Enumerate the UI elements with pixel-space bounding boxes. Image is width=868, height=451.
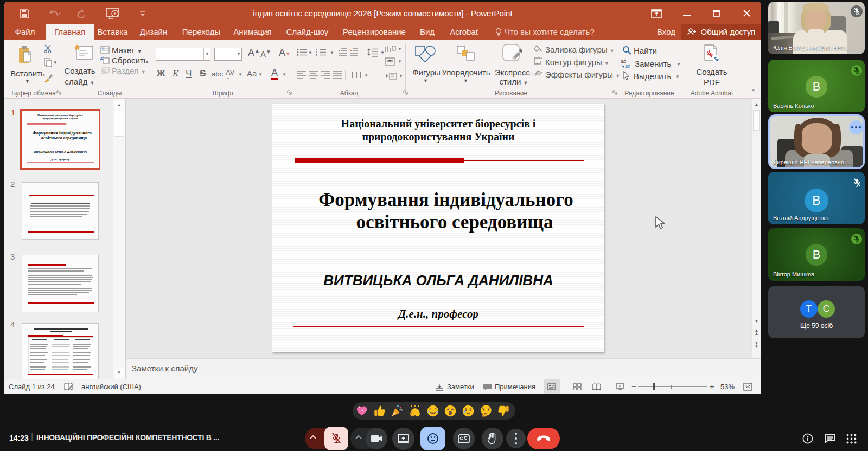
svg-text:ac: ac xyxy=(625,63,630,68)
